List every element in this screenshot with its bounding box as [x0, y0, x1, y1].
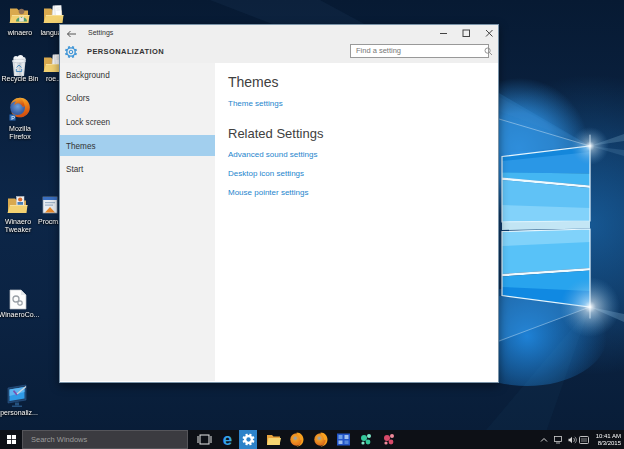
- svg-text:P: P: [11, 115, 15, 121]
